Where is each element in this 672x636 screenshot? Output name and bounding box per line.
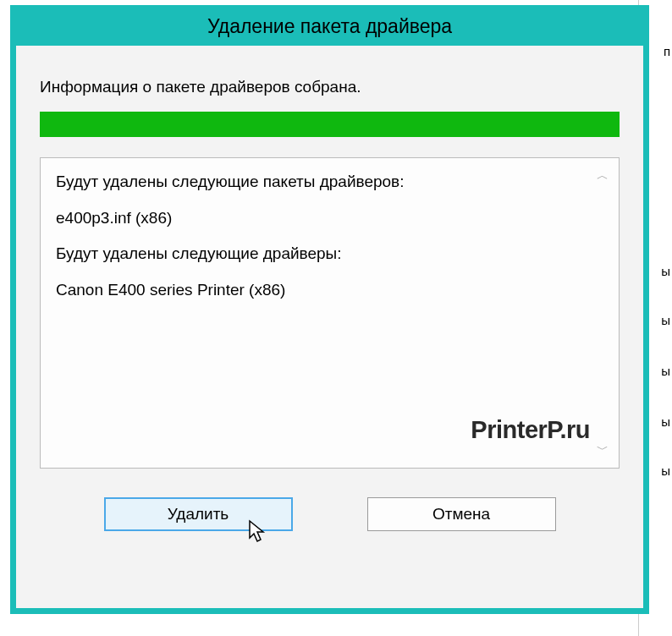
- bg-text-fragment: ы: [661, 414, 670, 429]
- details-panel: ︿ Будут удалены следующие пакеты драйвер…: [40, 157, 620, 469]
- drivers-header: Будут удалены следующие драйверы:: [56, 242, 603, 266]
- cancel-button[interactable]: Отмена: [367, 497, 556, 531]
- dialog-window: Удаление пакета драйвера Информация о па…: [10, 5, 649, 614]
- title-bar: Удаление пакета драйвера: [10, 5, 649, 46]
- bg-text-fragment: ы: [661, 364, 670, 378]
- bg-text-fragment: ы: [661, 264, 670, 278]
- button-row: Удалить Отмена: [40, 497, 620, 531]
- status-message: Информация о пакете драйверов собрана.: [40, 78, 620, 96]
- dialog-content: Информация о пакете драйверов собрана. ︿…: [16, 46, 643, 548]
- dialog-title: Удаление пакета драйвера: [207, 15, 452, 38]
- watermark-text: PrinterP.ru: [471, 416, 590, 444]
- packages-header: Будут удалены следующие пакеты драйверов…: [56, 170, 603, 195]
- package-item: e400p3.inf (x86): [56, 206, 603, 231]
- driver-item: Canon E400 series Printer (x86): [56, 278, 603, 303]
- scroll-up-icon[interactable]: ︿: [597, 168, 609, 184]
- details-text: Будут удалены следующие пакеты драйверов…: [56, 170, 603, 302]
- delete-button[interactable]: Удалить: [104, 497, 293, 531]
- progress-bar: [40, 112, 620, 137]
- bg-text-fragment: ы: [661, 313, 670, 327]
- bg-text-fragment: ы: [661, 463, 670, 478]
- bg-text-fragment: п: [664, 44, 670, 58]
- scroll-down-icon[interactable]: ﹀: [597, 442, 609, 458]
